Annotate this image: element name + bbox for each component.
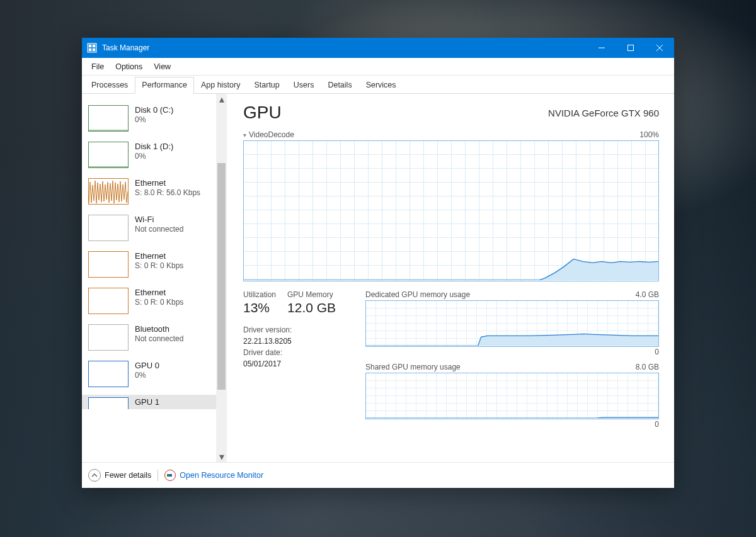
menu-options[interactable]: Options — [110, 60, 148, 74]
resource-monitor-icon — [164, 470, 176, 481]
item-sub: S: 8.0 R: 56.0 Kbps — [135, 188, 200, 198]
fewer-details-label: Fewer details — [105, 471, 151, 480]
driver-date-label: Driver date: — [243, 347, 350, 358]
tab-details[interactable]: Details — [321, 77, 358, 94]
svg-rect-1 — [89, 45, 91, 47]
dedicated-floor: 0 — [365, 348, 659, 356]
tab-processes[interactable]: Processes — [84, 77, 135, 94]
dedicated-memory-graph — [365, 300, 659, 347]
sparkline-icon — [88, 142, 129, 168]
main-panel: GPU NVIDIA GeForce GTX 960 ▾VideoDecode … — [227, 94, 674, 462]
tab-services[interactable]: Services — [359, 77, 403, 94]
item-title: Wi-Fi — [135, 215, 183, 225]
item-sub: 0% — [135, 152, 173, 161]
item-title: Ethernet — [135, 251, 183, 261]
gpu-memory-label: GPU Memory — [287, 290, 336, 299]
sparkline-icon — [88, 178, 129, 205]
statusbar: Fewer details Open Resource Monitor — [82, 462, 674, 488]
utilization-value: 13% — [243, 300, 276, 315]
sparkline-icon — [88, 288, 129, 314]
menu-file[interactable]: File — [86, 60, 110, 74]
dedicated-label: Dedicated GPU memory usage — [365, 290, 470, 299]
sparkline-icon — [88, 215, 129, 241]
sidebar-item-disk1[interactable]: Disk 1 (D:)0% — [88, 139, 227, 176]
video-decode-graph — [243, 140, 659, 281]
titlebar[interactable]: Task Manager — [82, 38, 674, 58]
utilization-label: Utilization — [243, 290, 276, 299]
driver-date-value: 05/01/2017 — [243, 358, 350, 370]
open-resource-monitor-label: Open Resource Monitor — [180, 471, 263, 480]
item-title: Ethernet — [135, 178, 200, 188]
scroll-up-icon[interactable]: ▴ — [216, 94, 227, 105]
sidebar-item-wifi[interactable]: Wi-FiNot connected — [88, 212, 227, 249]
menubar: File Options View — [82, 58, 674, 76]
sidebar-item-disk0[interactable]: Disk 0 (C:)0% — [88, 103, 227, 139]
item-title: GPU 1 — [135, 397, 159, 407]
chevron-up-icon — [88, 469, 101, 482]
fewer-details-button[interactable]: Fewer details — [88, 469, 151, 482]
item-title: Ethernet — [135, 288, 183, 298]
gpu-memory-value: 12.0 GB — [287, 300, 336, 315]
item-sub: Not connected — [135, 225, 183, 234]
separator — [158, 470, 158, 481]
svg-rect-2 — [93, 45, 95, 47]
item-sub: S: 0 R: 0 Kbps — [135, 261, 183, 271]
maximize-button[interactable] — [616, 38, 645, 58]
sparkline-icon — [88, 251, 129, 278]
scrollbar-thumb[interactable] — [217, 163, 226, 390]
menu-view[interactable]: View — [148, 60, 176, 74]
sidebar-item-ethernet-2[interactable]: EthernetS: 0 R: 0 Kbps — [88, 285, 227, 322]
sidebar-item-gpu0[interactable]: GPU 00% — [88, 358, 227, 395]
sidebar-item-bluetooth[interactable]: BluetoothNot connected — [88, 322, 227, 358]
tab-startup[interactable]: Startup — [247, 77, 286, 94]
shared-floor: 0 — [365, 420, 659, 429]
video-decode-dropdown[interactable]: ▾VideoDecode — [243, 130, 294, 139]
sparkline-icon — [88, 397, 129, 409]
item-sub: S: 0 R: 0 Kbps — [135, 298, 183, 307]
item-sub: 0% — [135, 115, 173, 125]
stats-left: Utilization 13% GPU Memory 12.0 GB Drive… — [243, 290, 350, 429]
tab-users[interactable]: Users — [287, 77, 321, 94]
sidebar-item-ethernet-0[interactable]: EthernetS: 8.0 R: 56.0 Kbps — [88, 176, 227, 212]
item-title: Disk 0 (C:) — [135, 105, 173, 115]
sparkline-icon — [88, 105, 129, 132]
item-title: GPU 0 — [135, 361, 159, 371]
svg-rect-4 — [93, 48, 95, 51]
app-icon — [87, 43, 97, 53]
sidebar-item-ethernet-1[interactable]: EthernetS: 0 R: 0 Kbps — [88, 249, 227, 285]
performance-sidebar: Disk 0 (C:)0% Disk 1 (D:)0% EthernetS: 8… — [82, 94, 227, 462]
driver-version-value: 22.21.13.8205 — [243, 336, 350, 347]
chevron-down-icon: ▾ — [243, 132, 246, 138]
tab-app-history[interactable]: App history — [194, 77, 248, 94]
task-manager-window: Task Manager File Options View Processes… — [82, 38, 674, 488]
tabbar: Processes Performance App history Startu… — [82, 76, 674, 94]
sparkline-icon — [88, 324, 129, 351]
close-button[interactable] — [645, 38, 674, 58]
gpu-device-name: NVIDIA GeForce GTX 960 — [548, 108, 659, 118]
item-sub: Not connected — [135, 334, 183, 344]
graph-label: VideoDecode — [249, 130, 294, 139]
svg-rect-3 — [89, 48, 91, 51]
minimize-button[interactable] — [587, 38, 616, 58]
sidebar-item-gpu1[interactable]: GPU 1 — [82, 395, 227, 409]
dedicated-max: 4.0 GB — [636, 290, 659, 299]
tab-performance[interactable]: Performance — [135, 77, 194, 94]
shared-memory-graph — [365, 373, 659, 419]
scroll-down-icon[interactable]: ▾ — [216, 451, 227, 462]
item-sub: 0% — [135, 371, 159, 380]
item-title: Disk 1 (D:) — [135, 142, 173, 152]
window-title: Task Manager — [102, 43, 149, 52]
shared-max: 8.0 GB — [636, 363, 659, 371]
svg-rect-6 — [628, 45, 634, 51]
item-title: Bluetooth — [135, 324, 183, 334]
client-area: Disk 0 (C:)0% Disk 1 (D:)0% EthernetS: 8… — [82, 94, 674, 462]
open-resource-monitor-link[interactable]: Open Resource Monitor — [164, 470, 263, 481]
sidebar-list[interactable]: Disk 0 (C:)0% Disk 1 (D:)0% EthernetS: 8… — [82, 94, 227, 462]
shared-label: Shared GPU memory usage — [365, 363, 461, 371]
scrollbar[interactable]: ▴ ▾ — [216, 94, 227, 462]
driver-version-label: Driver version: — [243, 324, 350, 336]
graph-max: 100% — [639, 130, 659, 139]
sparkline-icon — [88, 361, 129, 387]
